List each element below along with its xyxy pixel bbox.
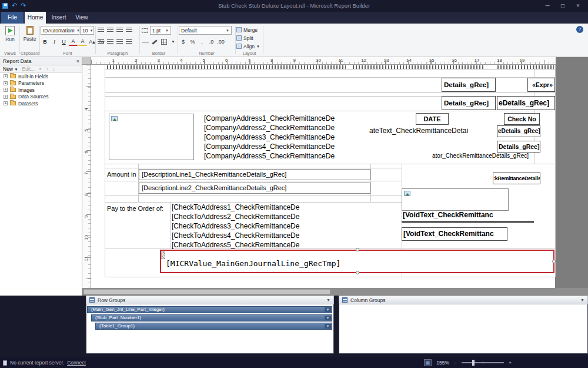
zoom-in-button[interactable]: + (509, 360, 512, 366)
tab-home[interactable]: Home (25, 12, 46, 24)
border-style-button[interactable] (141, 26, 149, 35)
chevron-down-icon[interactable]: ▼ (325, 324, 331, 329)
signature-image-placeholder[interactable] (402, 188, 509, 211)
align-right-button[interactable] (115, 38, 124, 46)
italic-button[interactable]: I (50, 38, 59, 46)
chevron-down-icon[interactable]: ▼ (580, 298, 584, 302)
selection-handle-bottom[interactable] (356, 271, 359, 274)
line-spacing-button[interactable] (125, 38, 133, 46)
decrease-decimal-button[interactable]: .00 (216, 38, 225, 46)
tab-view[interactable]: View (72, 12, 92, 24)
edit-button[interactable]: Edit... (22, 66, 35, 72)
row-group-stub-part-number[interactable]: (Stub_Part_Number1) ▼ (91, 314, 332, 321)
delete-icon[interactable]: × (39, 66, 42, 72)
zoom-slider-thumb[interactable] (472, 360, 475, 366)
textbox-void-text-1[interactable]: [VoidText_CheckRemittanc (403, 211, 507, 221)
percent-format-button[interactable]: % (188, 38, 197, 46)
numbering-button[interactable] (125, 26, 133, 34)
zoom-out-button[interactable]: − (454, 360, 457, 366)
tab-insert[interactable]: Insert (47, 12, 71, 24)
help-icon[interactable]: ? (576, 26, 583, 33)
decrease-indent-button[interactable] (96, 26, 105, 34)
textbox-remittance[interactable]: :kRemittanceDetails_gRec] (493, 173, 540, 184)
company-logo-placeholder[interactable] (109, 114, 194, 160)
selection-grip[interactable] (161, 251, 165, 259)
minimize-button[interactable]: ─ (540, 0, 555, 12)
font-size-select[interactable]: 10▼ (80, 26, 94, 35)
chevron-down-icon[interactable]: ▼ (325, 316, 331, 320)
expand-icon[interactable]: + (4, 101, 8, 105)
borders-button[interactable] (159, 38, 168, 46)
scrollbar-thumb[interactable] (83, 289, 330, 294)
textbox-check-to-address-3[interactable]: [CheckToAddress3_CheckRemittanceDe (172, 222, 316, 231)
tree-item-images[interactable]: + Images (0, 87, 82, 94)
textbox-details-1[interactable]: Details_gRec] (442, 78, 496, 92)
textbox-amount-in-label[interactable]: Amount in (107, 171, 138, 179)
align-button[interactable]: Align ▼ (236, 42, 260, 50)
textbox-company-address-5[interactable]: [CompanyAddress5_CheckRemittanceDe (204, 152, 350, 161)
currency-format-button[interactable]: $ (179, 38, 188, 46)
expand-icon[interactable]: + (4, 81, 8, 85)
expand-icon[interactable]: + (4, 74, 8, 78)
textbox-pay-to-label[interactable]: Pay to the Order of: (107, 205, 169, 213)
underline-button[interactable]: U (59, 38, 68, 46)
row-group-table1-group1[interactable]: (Table1_Group1) ▼ (95, 323, 332, 330)
textbox-date-label[interactable]: DATE (416, 113, 449, 125)
textbox-check-to-address-5[interactable]: [CheckToAddress5_CheckRemittanceDe (172, 241, 316, 250)
textbox-company-address-1[interactable]: [CompanyAddress1_CheckRemittanceDe (204, 114, 350, 124)
merge-button[interactable]: Merge (236, 26, 258, 34)
textbox-edetails-2[interactable]: eDetails_gRec] (497, 125, 540, 137)
close-icon[interactable]: × (76, 57, 79, 65)
textbox-check-to-address-2[interactable]: [CheckToAddress2_CheckRemittanceDe (172, 213, 316, 222)
textbox-datetext[interactable]: ateText_CheckRemittanceDetai (369, 127, 487, 136)
tree-item-data-sources[interactable]: + Data Sources (0, 94, 82, 101)
close-button[interactable]: × (570, 0, 586, 12)
textbox-edetails-1[interactable]: eDetails_gRec] (497, 96, 555, 110)
zoom-slider[interactable] (462, 362, 504, 363)
bullets-button[interactable] (115, 26, 124, 34)
selection-handle-right[interactable] (552, 260, 556, 263)
textbox-company-address-3[interactable]: [CompanyAddress3_CheckRemittanceDe (204, 133, 350, 142)
row-group-main-gen-jnl-line[interactable]: (Main_Gen_Jnl_Line_Part_Integer) ▼ (87, 306, 332, 313)
increase-indent-button[interactable] (106, 26, 115, 34)
expand-icon[interactable]: + (4, 88, 8, 92)
textbox-company-address-4[interactable]: [CompanyAddress4_CheckRemittanceDe (204, 142, 350, 152)
highlight-color-button[interactable]: A (78, 38, 87, 46)
textbox-void-text-2[interactable]: [VoidText_CheckRemittanc (402, 227, 507, 241)
number-format-select[interactable]: Default▼ (179, 26, 232, 35)
font-name-select[interactable]: IDAutomationI▼ (41, 26, 79, 35)
textbox-description-line-2[interactable]: [DescriptionLine2_CheckRemittanceDetails… (139, 183, 370, 194)
row-groups-header[interactable]: Row Groups ▼ (86, 296, 334, 304)
split-button[interactable]: Split (236, 34, 253, 42)
align-center-button[interactable] (106, 38, 115, 46)
move-up-icon[interactable]: ↑ (46, 66, 48, 72)
tree-item-parameters[interactable]: + Parameters (0, 80, 82, 87)
design-horizontal-scrollbar[interactable] (82, 288, 588, 296)
expand-icon[interactable]: + (4, 95, 8, 99)
textbox-expr[interactable]: «Expr» (527, 78, 555, 92)
border-width-select[interactable]: 1 pt▼ (150, 26, 171, 35)
textbox-check-to-address-4[interactable]: [CheckToAddress4_CheckRemittanceDe (172, 231, 316, 241)
maximize-button[interactable]: □ (555, 0, 570, 12)
textbox-description-line-1[interactable]: [DescriptionLine1_CheckRemittanceDetails… (139, 169, 370, 180)
tree-item-datasets[interactable]: + Datasets (0, 100, 82, 107)
design-view-icon[interactable] (424, 359, 432, 366)
font-color-button[interactable]: A (69, 38, 78, 46)
textbox-details-3[interactable]: Details_gRec] (497, 141, 540, 152)
connect-link[interactable]: Connect (67, 360, 86, 366)
comma-format-button[interactable]: , (198, 38, 206, 46)
border-line-button[interactable] (141, 38, 149, 46)
chevron-down-icon[interactable]: ▼ (326, 298, 330, 302)
new-button[interactable]: New ▼ (3, 66, 18, 72)
chevron-down-icon[interactable]: ▼ (325, 307, 331, 312)
paste-button[interactable]: Paste (21, 24, 39, 42)
tree-item-built-in-fields[interactable]: + Built-in Fields (0, 73, 82, 80)
chevron-down-icon[interactable]: ▼ (169, 38, 178, 46)
column-groups-header[interactable]: Column Groups ▼ (339, 296, 588, 304)
textbox-micr-selected[interactable]: [MICRValue_MainGenJournalLine_gRecTmp] (160, 250, 554, 273)
align-left-button[interactable] (96, 38, 105, 46)
tab-file[interactable]: File (1, 12, 24, 24)
bold-button[interactable]: B (41, 38, 49, 46)
textbox-company-address-2[interactable]: [CompanyAddress2_CheckRemittanceDe (204, 124, 350, 133)
increase-decimal-button[interactable]: .0 (207, 38, 216, 46)
